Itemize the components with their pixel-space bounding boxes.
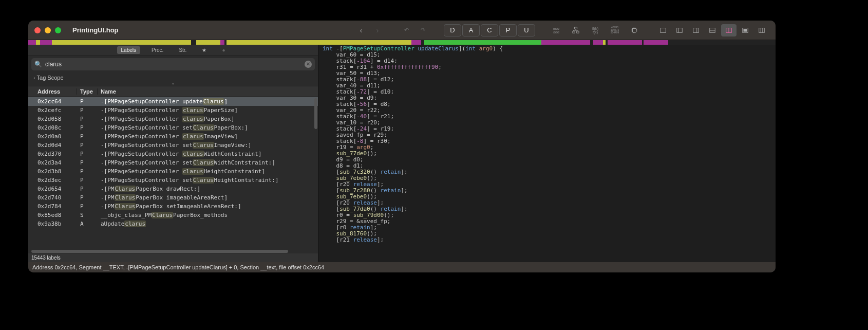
svg-rect-3 (633, 28, 636, 32)
tag-str[interactable]: Str. (175, 46, 191, 54)
table-row[interactable]: 0x2d3b8P-[PMPageSetupController clarusHe… (28, 167, 318, 176)
overview-segment[interactable] (36, 40, 40, 45)
tag-labels[interactable]: Labels (117, 46, 140, 54)
cell-address: 0x2d0a0 (28, 133, 77, 140)
clear-search-button[interactable]: ✕ (305, 61, 312, 68)
table-row[interactable]: 0x2cefcP-[PMPageSetupController clarusPa… (28, 106, 318, 115)
overview-segment[interactable] (28, 40, 36, 45)
overview-segment[interactable] (608, 40, 641, 45)
overview-segment[interactable] (424, 40, 541, 45)
table-row[interactable]: 0x85ed8S__objc_class_PMClarusPaperBox_me… (28, 211, 318, 219)
cell-type: P (77, 116, 98, 122)
table-row[interactable]: 0x2cc64P-[PMPageSetupController updateCl… (28, 97, 318, 106)
undo-button[interactable]: ↶ (399, 24, 414, 36)
titlebar: PrintingUI.hop ‹ › ↶ ↷ D A C P U mov add… (28, 21, 776, 40)
minimize-window-button[interactable] (45, 27, 51, 33)
asm-mode-button[interactable]: mov add (549, 24, 564, 36)
layout-5-button[interactable] (721, 24, 737, 36)
table-row[interactable]: 0x2d654P-[PMClarusPaperBox drawRect:] (28, 185, 318, 193)
flowchart-icon (572, 27, 579, 34)
overview-segment[interactable] (593, 40, 603, 45)
search-highlight: Clarus (193, 142, 214, 149)
cell-address: 0x85ed8 (28, 212, 77, 218)
tag-dot[interactable]: ● (218, 46, 229, 54)
search-highlight: Clarus (115, 186, 136, 192)
cpu-button[interactable] (627, 24, 642, 36)
layout-6-button[interactable] (738, 24, 753, 36)
overview-segment[interactable] (220, 40, 224, 45)
table-row[interactable]: 0x2d058P-[PMPageSetupController clarusPa… (28, 115, 318, 123)
tag-proc[interactable]: Proc. (147, 46, 167, 54)
type-c-button[interactable]: C (481, 24, 498, 36)
chevron-left-icon: ‹ (360, 26, 363, 34)
cell-type: P (77, 186, 98, 192)
nav-forward-button[interactable]: › (370, 24, 385, 36)
search-highlight: clarus (182, 107, 204, 114)
sidebar-h-scrollbar[interactable] (28, 249, 318, 253)
type-u-button[interactable]: U (518, 24, 535, 36)
sidebar-scrollbar[interactable] (314, 97, 318, 249)
labels-table-body[interactable]: 0x2cc64P-[PMPageSetupController updateCl… (28, 97, 318, 249)
zoom-window-button[interactable] (55, 27, 61, 33)
overview-segment[interactable] (551, 40, 590, 45)
table-row[interactable]: 0x2d3ecP-[PMPageSetupController setClaru… (28, 176, 318, 185)
overview-segment[interactable] (411, 40, 421, 45)
overview-segment[interactable] (227, 40, 412, 45)
layout-2-button[interactable] (672, 24, 687, 36)
overview-segment[interactable] (40, 40, 52, 45)
close-window-button[interactable] (34, 27, 41, 33)
type-a-button[interactable]: A (462, 24, 480, 36)
layout-1-button[interactable] (655, 24, 671, 36)
search-input[interactable] (43, 61, 305, 68)
cell-type: P (77, 168, 98, 175)
overview-segment[interactable] (668, 40, 776, 45)
svg-rect-9 (710, 28, 715, 32)
table-row[interactable]: 0x2d3a4P-[PMPageSetupController setClaru… (28, 158, 318, 167)
table-row[interactable]: 0x2d784P-[PMClarusPaperBox setImageableA… (28, 202, 318, 211)
svg-rect-2 (577, 31, 579, 33)
table-row[interactable]: 0x9a38bAaUpdateclarus (28, 219, 318, 228)
hex-mode-button[interactable]: 487F0 190572 204409 (607, 24, 622, 36)
table-row[interactable]: 0x2d0d4P-[PMPageSetupController setClaru… (28, 141, 318, 150)
search-highlight: clarus (182, 168, 204, 175)
table-row[interactable]: 0x2d370P-[PMPageSetupController clarusWi… (28, 150, 318, 158)
main-body: Labels Proc. Str. ★ ● 🔍 ✕ Tag Scope ● Ad… (28, 45, 776, 262)
nav-back-button[interactable]: ‹ (353, 24, 369, 36)
undo-icon: ↶ (404, 27, 409, 33)
search-highlight: Clarus (115, 194, 136, 201)
overview-segment[interactable] (541, 40, 551, 45)
search-highlight: Clarus (193, 159, 214, 166)
col-name[interactable]: Name (98, 88, 318, 95)
cell-address: 0x2d058 (28, 116, 77, 122)
col-address[interactable]: Address (28, 88, 77, 95)
cell-type: P (77, 151, 98, 157)
search-highlight: Clarus (193, 124, 214, 131)
cell-address: 0x2d3ec (28, 177, 77, 184)
panel-bottom-icon (709, 27, 716, 34)
overview-segment[interactable] (644, 40, 668, 45)
table-row[interactable]: 0x2d740P-[PMClarusPaperBox imageableArea… (28, 193, 318, 202)
pseudocode-view[interactable]: int -[PMPageSetupController updateClarus… (318, 45, 776, 262)
table-row[interactable]: 0x2d08cP-[PMPageSetupController setClaru… (28, 123, 318, 132)
overview-segment[interactable] (54, 40, 191, 45)
type-d-button[interactable]: D (444, 24, 461, 36)
search-highlight: Clarus (115, 203, 136, 210)
col-type[interactable]: Type (77, 88, 98, 95)
cell-name: -[PMPageSetupController setClarusPaperBo… (98, 124, 318, 131)
search-highlight: Clarus (203, 98, 224, 105)
pseudo-mode-button[interactable]: if(b) f(x) (588, 24, 603, 36)
asm-icon: mov add (553, 27, 559, 34)
tag-star[interactable]: ★ (198, 46, 211, 54)
layout-3-button[interactable] (688, 24, 704, 36)
table-row[interactable]: 0x2d0a0P-[PMPageSetupController clarusIm… (28, 132, 318, 141)
segment-overview-bar[interactable] (28, 40, 776, 45)
sidebar-tagstrip: Labels Proc. Str. ★ ● (28, 45, 318, 56)
cfg-mode-button[interactable] (568, 24, 583, 36)
type-p-button[interactable]: P (499, 24, 517, 36)
redo-button[interactable]: ↷ (415, 24, 430, 36)
traffic-lights (34, 27, 61, 33)
layout-7-button[interactable] (754, 24, 769, 36)
layout-4-button[interactable] (705, 24, 720, 36)
overview-segment[interactable] (196, 40, 220, 45)
overview-segment[interactable] (191, 40, 196, 45)
